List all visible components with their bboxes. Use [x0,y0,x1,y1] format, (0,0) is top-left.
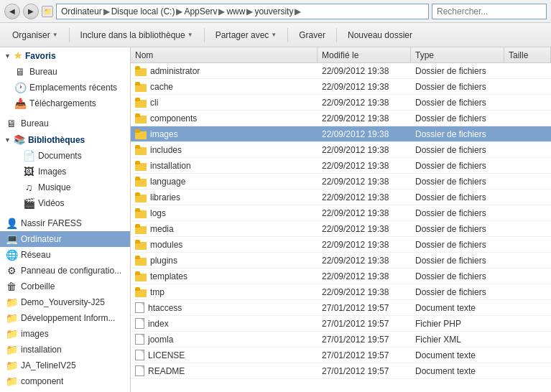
file-type-cell: Dossier de fichiers [411,270,504,283]
file-date-cell: 22/09/2012 19:38 [318,254,411,267]
folder-icon [135,224,147,234]
file-date-cell: 22/09/2012 19:38 [318,223,411,235]
table-row[interactable]: installation 22/09/2012 19:38 Dossier de… [131,158,551,174]
sidebar-item-images2[interactable]: 📁 images [0,326,130,342]
sidebar-item-component[interactable]: 📁 component [0,373,130,389]
file-size-cell [504,259,551,262]
sidebar-item-images[interactable]: 🖼 Images [0,164,130,179]
folder-icon [135,129,147,139]
file-type-cell: Dossier de fichiers [411,238,504,251]
file-type-cell: Document texte [411,302,504,314]
sidebar-item-demo[interactable]: 📁 Demo_Youversity-J25 [0,294,130,310]
table-row[interactable]: media 22/09/2012 19:38 Dossier de fichie… [131,221,551,237]
file-name: LICENSE [148,350,185,360]
sidebar-item-bureau[interactable]: 🖥 Bureau [0,64,130,80]
search-input[interactable] [432,4,547,19]
table-row[interactable]: includes 22/09/2012 19:38 Dossier de fic… [131,142,551,158]
chevron-down-icon: ▼ [52,32,58,38]
sidebar-item-dev[interactable]: 📁 Développement Inform... [0,310,130,326]
table-row[interactable]: tmp 22/09/2012 19:38 Dossier de fichiers [131,284,551,300]
sidebar-item-recent[interactable]: 🕐 Emplacements récents [0,80,130,95]
sidebar-item-corbeille[interactable]: 🗑 Corbeille [0,279,130,294]
file-name-cell: administrator [131,65,318,78]
sidebar-item-panneau[interactable]: ⚙ Panneau de configuratio... [0,263,130,279]
sidebar-ja-label: JA_TelineIV25 [21,360,76,370]
table-row[interactable]: cli 22/09/2012 19:38 Dossier de fichiers [131,95,551,111]
file-name: installation [150,161,191,171]
user-icon: 👤 [6,218,17,229]
sidebar-item-downloads[interactable]: 📥 Téléchargements [0,95,130,111]
file-icon [135,365,144,376]
forward-button[interactable]: ▶ [23,4,39,19]
table-row[interactable]: modules 22/09/2012 19:38 Dossier de fich… [131,237,551,253]
images-icon: 🖼 [23,166,34,177]
file-name: tmp [150,287,165,297]
table-row[interactable]: templates 22/09/2012 19:38 Dossier de fi… [131,269,551,284]
table-row[interactable]: plugins 22/09/2012 19:38 Dossier de fich… [131,253,551,269]
main-container: ▼ ★ Favoris 🖥 Bureau 🕐 Emplacements réce… [0,47,551,392]
table-row[interactable]: LICENSE 27/01/2012 19:57 Document texte [131,347,551,363]
chevron-down-icon: ▼ [187,32,193,38]
file-date-cell: 22/09/2012 19:38 [318,270,411,283]
file-name: cache [150,82,173,92]
file-date-cell: 22/09/2012 19:38 [318,191,411,204]
library-icon: 📚 [14,134,25,145]
organiser-button[interactable]: Organiser ▼ [6,26,65,45]
sidebar-item-ja[interactable]: 📁 JA_TelineIV25 [0,358,130,373]
sidebar-videos-label: Vidéos [38,198,64,208]
col-header-name[interactable]: Nom [131,47,318,62]
col-header-type[interactable]: Type [411,47,504,62]
sidebar-item-ordinateur[interactable]: 💻 Ordinateur [0,231,130,247]
file-size-cell [504,275,551,278]
address-bar: ◀ ▶ 📁 Ordinateur ▶ Disque local (C:) ▶ A… [0,0,551,23]
table-row[interactable]: joomla 27/01/2012 19:57 Fichier XML [131,332,551,347]
address-path[interactable]: Ordinateur ▶ Disque local (C:) ▶ AppServ… [56,4,429,19]
file-name-cell: LICENSE [131,348,318,362]
file-icon [135,334,144,345]
col-header-size[interactable]: Taille [504,47,551,62]
file-size-cell [504,70,551,73]
file-size-cell [504,101,551,104]
include-library-button[interactable]: Inclure dans la bibliothèque ▼ [74,26,200,45]
file-name: joomla [148,335,173,345]
file-size-cell [504,212,551,215]
sidebar-item-musique[interactable]: ♫ Musique [0,179,130,195]
table-row[interactable]: htaccess 27/01/2012 19:57 Document texte [131,300,551,316]
new-folder-button[interactable]: Nouveau dossier [341,26,419,45]
expand-icon: ▼ [4,52,11,60]
table-row[interactable]: images 22/09/2012 19:38 Dossier de fichi… [131,126,551,142]
table-row[interactable]: logs 22/09/2012 19:38 Dossier de fichier… [131,205,551,221]
file-name-cell: media [131,223,318,235]
table-row[interactable]: language 22/09/2012 19:38 Dossier de fic… [131,174,551,190]
sidebar-group-favoris[interactable]: ▼ ★ Favoris [0,47,130,64]
table-row[interactable]: cache 22/09/2012 19:38 Dossier de fichie… [131,79,551,95]
folder-icon [135,192,147,202]
table-row[interactable]: components 22/09/2012 19:38 Dossier de f… [131,111,551,126]
file-type-cell: Fichier PHP [411,317,504,330]
table-row[interactable]: libraries 22/09/2012 19:38 Dossier de fi… [131,190,551,205]
back-button[interactable]: ◀ [4,4,20,19]
trash-icon: 🗑 [6,281,17,292]
folder-icon [135,208,147,218]
sidebar-item-bureau2[interactable]: 🖥 Bureau [0,116,130,131]
file-date-cell: 27/01/2012 19:57 [318,302,411,314]
file-date-cell: 22/09/2012 19:38 [318,128,411,141]
include-library-label: Inclure dans la bibliothèque [80,30,185,40]
table-row[interactable]: README 27/01/2012 19:57 Document texte [131,363,551,379]
table-row[interactable]: administrator 22/09/2012 19:38 Dossier d… [131,63,551,79]
sidebar-item-nassir[interactable]: 👤 Nassir FARESS [0,215,130,231]
share-label: Partager avec [216,30,269,40]
sidebar-item-installation[interactable]: 📁 installation [0,342,130,358]
share-button[interactable]: Partager avec ▼ [209,26,284,45]
file-name-cell: index [131,317,318,330]
sidebar-item-documents[interactable]: 📄 Documents [0,148,130,164]
file-size-cell [504,354,551,357]
star-icon: ★ [14,50,22,61]
table-row[interactable]: index 27/01/2012 19:57 Fichier PHP [131,316,551,332]
burn-button[interactable]: Graver [292,26,332,45]
sidebar-group-bibliotheques[interactable]: ▼ 📚 Bibliothèques [0,131,130,148]
sidebar-item-videos[interactable]: 🎬 Vidéos [0,195,130,211]
file-name: libraries [150,192,180,202]
sidebar-item-reseau[interactable]: 🌐 Réseau [0,247,130,263]
col-header-date[interactable]: Modifié le [318,47,411,62]
